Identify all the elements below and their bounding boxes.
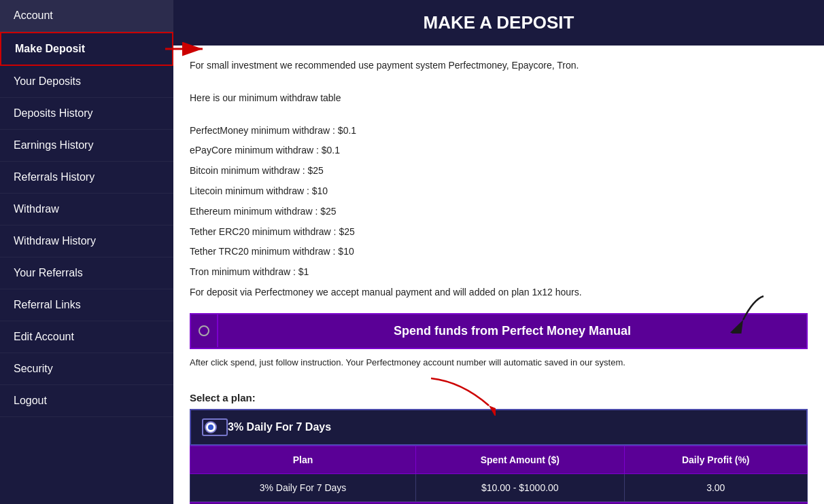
after-click-text: After click spend, just follow instructi… (190, 357, 808, 367)
sidebar-item-referrals-history[interactable]: Referrals History (0, 162, 173, 194)
withdraw-table-info: PerfectMoney minimum withdraw : $0.1 ePa… (190, 123, 808, 301)
info-line-2: Here is our minimum withdraw table (190, 90, 808, 107)
table-header-profit: Daily Profit (%) (624, 446, 807, 473)
sidebar-item-label: Referrals History (14, 171, 95, 183)
withdraw-item-0: PerfectMoney minimum withdraw : $0.1 (190, 123, 808, 139)
sidebar-item-make-deposit[interactable]: Make Deposit (0, 32, 173, 66)
sidebar-item-label: Deposits History (14, 107, 92, 119)
sidebar-item-label: Logout (14, 395, 47, 406)
withdraw-item-1: ePayCore minimum withdraw : $0.1 (190, 143, 808, 159)
plan-name-label: 3% Daily For 7 Days (228, 421, 331, 433)
sidebar-item-label: Withdraw History (14, 235, 96, 247)
sidebar-item-label: Security (14, 363, 53, 374)
withdraw-item-5: Tether ERC20 minimum withdraw : $25 (190, 224, 808, 240)
sidebar-item-your-deposits[interactable]: Your Deposits (0, 66, 173, 98)
sidebar-item-withdraw[interactable]: Withdraw (0, 194, 173, 226)
select-plan-label: Select a plan: (190, 392, 808, 403)
info-line-1: For small investment we recommended use … (190, 58, 808, 74)
sidebar-item-logout[interactable]: Logout (0, 385, 173, 417)
sidebar-item-label: Earnings History (14, 139, 93, 151)
plan-selector-row[interactable]: 3% Daily For 7 Days (190, 409, 808, 446)
plan-arrow-icon (428, 375, 496, 416)
table-cell-profit: 3.00 (624, 473, 807, 501)
withdraw-item-7: Tron minimum withdraw : $1 (190, 264, 808, 281)
sidebar-item-account[interactable]: Account (0, 0, 173, 32)
pm-radio-circle (191, 314, 218, 347)
content-area: For small investment we recommended use … (173, 46, 824, 504)
pm-button-wrap: Spend funds from Perfect Money Manual (190, 313, 808, 349)
sidebar-item-label: Edit Account (14, 331, 74, 342)
pm-radio-inner (199, 325, 209, 336)
main-content: MAKE A DEPOSIT For small investment we r… (173, 0, 824, 504)
sidebar-item-label: Withdraw (14, 203, 59, 215)
table-cell-plan: 3% Daily For 7 Days (190, 473, 416, 501)
sidebar-item-your-referrals[interactable]: Your Referrals (0, 257, 173, 289)
table-row: 3% Daily For 7 Days $10.00 - $1000.00 3.… (190, 473, 808, 501)
table-header-spent: Spent Amount ($) (416, 446, 624, 473)
plan-table: Plan Spent Amount ($) Daily Profit (%) 3… (190, 446, 808, 502)
withdraw-item-3: Litecoin minimum withdraw : $10 (190, 183, 808, 200)
sidebar: Account Make Deposit Your Deposits Depos… (0, 0, 173, 504)
sidebar-item-earnings-history[interactable]: Earnings History (0, 130, 173, 162)
sidebar-item-label: Make Deposit (15, 43, 85, 54)
plan-radio-button[interactable] (205, 421, 217, 433)
plan-radio-wrap (202, 418, 228, 436)
sidebar-arrow-icon (165, 39, 213, 59)
sidebar-item-label: Account (14, 10, 53, 21)
sidebar-item-deposits-history[interactable]: Deposits History (0, 98, 173, 130)
sidebar-item-referral-links[interactable]: Referral Links (0, 289, 173, 321)
sidebar-item-label: Your Deposits (14, 75, 81, 87)
withdraw-item-6: Tether TRC20 minimum withdraw : $10 (190, 244, 808, 260)
table-header-plan: Plan (190, 446, 416, 473)
plan-selector-wrap: 3% Daily For 7 Days (190, 409, 808, 446)
withdraw-item-2: Bitcoin minimum withdraw : $25 (190, 163, 808, 179)
pm-arrow-icon (713, 293, 767, 334)
sidebar-item-label: Referral Links (14, 299, 81, 310)
page-title: MAKE A DEPOSIT (173, 0, 824, 46)
plan-radio-inner (208, 425, 213, 430)
table-cell-spent: $10.00 - $1000.00 (416, 473, 624, 501)
sidebar-item-withdraw-history[interactable]: Withdraw History (0, 226, 173, 257)
sidebar-item-security[interactable]: Security (0, 353, 173, 385)
sidebar-item-edit-account[interactable]: Edit Account (0, 321, 173, 353)
withdraw-item-4: Ethereum minimum withdraw : $25 (190, 204, 808, 220)
sidebar-item-label: Your Referrals (14, 267, 83, 278)
